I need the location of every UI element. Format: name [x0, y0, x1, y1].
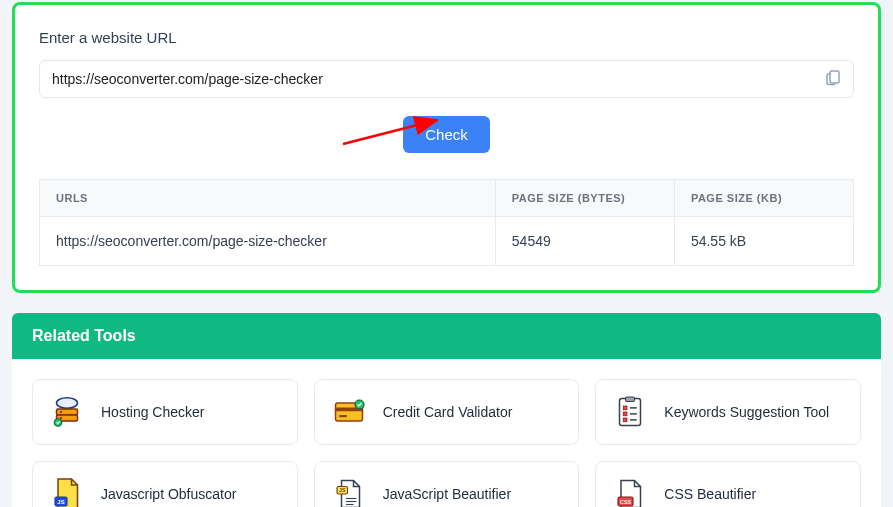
related-tools-body: Hosting Checker Credit Card Validator Ke… — [12, 359, 881, 507]
svg-text:CSS: CSS — [620, 499, 631, 505]
svg-rect-0 — [830, 71, 839, 83]
url-input-label: Enter a website URL — [39, 29, 854, 46]
tool-label: Keywords Suggestion Tool — [664, 404, 829, 420]
th-bytes: PAGE SIZE (BYTES) — [495, 180, 674, 217]
svg-rect-4 — [57, 409, 78, 415]
clipboard-icon[interactable] — [824, 68, 842, 90]
th-urls: URLS — [40, 180, 496, 217]
check-row: Check — [39, 116, 854, 153]
th-kb: PAGE SIZE (KB) — [674, 180, 853, 217]
pointer-arrow-icon — [339, 114, 449, 148]
cell-kb: 54.55 kB — [674, 217, 853, 266]
url-input-wrap — [39, 60, 854, 98]
svg-rect-13 — [620, 399, 641, 426]
tool-credit-card-validator[interactable]: Credit Card Validator — [314, 379, 580, 445]
credit-card-icon — [331, 394, 367, 430]
tool-hosting-checker[interactable]: Hosting Checker — [32, 379, 298, 445]
js-file-icon: JS — [49, 476, 85, 507]
svg-line-2 — [343, 120, 437, 144]
js-beautify-icon: JS — [331, 476, 367, 507]
svg-text:JS: JS — [339, 487, 346, 493]
css-file-icon: CSS — [612, 476, 648, 507]
results-table: URLS PAGE SIZE (BYTES) PAGE SIZE (KB) ht… — [39, 179, 854, 266]
tool-js-obfuscator[interactable]: JS Javascript Obfuscator — [32, 461, 298, 507]
tool-keywords-suggestion[interactable]: Keywords Suggestion Tool — [595, 379, 861, 445]
cell-bytes: 54549 — [495, 217, 674, 266]
tool-label: JavaScript Beautifier — [383, 486, 511, 502]
svg-rect-15 — [624, 406, 628, 410]
tool-label: Javascript Obfuscator — [101, 486, 236, 502]
server-cloud-icon — [49, 394, 85, 430]
tool-label: CSS Beautifier — [664, 486, 756, 502]
page-size-checker-panel: Enter a website URL Check URLS PAGE SIZE… — [12, 2, 881, 293]
tool-js-beautifier[interactable]: JS JavaScript Beautifier — [314, 461, 580, 507]
svg-point-7 — [60, 417, 62, 419]
svg-text:JS: JS — [57, 499, 64, 505]
tool-label: Credit Card Validator — [383, 404, 513, 420]
cell-url: https://seoconverter.com/page-size-check… — [40, 217, 496, 266]
svg-rect-16 — [624, 412, 628, 416]
svg-point-3 — [57, 398, 78, 409]
svg-rect-17 — [624, 418, 628, 422]
checklist-icon — [612, 394, 648, 430]
related-tools-panel: Related Tools Hosting Checker Credit Car… — [12, 313, 881, 507]
tool-css-beautifier[interactable]: CSS CSS Beautifier — [595, 461, 861, 507]
svg-rect-11 — [339, 415, 347, 417]
tools-grid: Hosting Checker Credit Card Validator Ke… — [32, 379, 861, 507]
svg-point-6 — [60, 411, 62, 413]
url-input[interactable] — [39, 60, 854, 98]
table-row: https://seoconverter.com/page-size-check… — [40, 217, 854, 266]
svg-rect-14 — [626, 397, 635, 402]
related-tools-header: Related Tools — [12, 313, 881, 359]
tool-label: Hosting Checker — [101, 404, 205, 420]
